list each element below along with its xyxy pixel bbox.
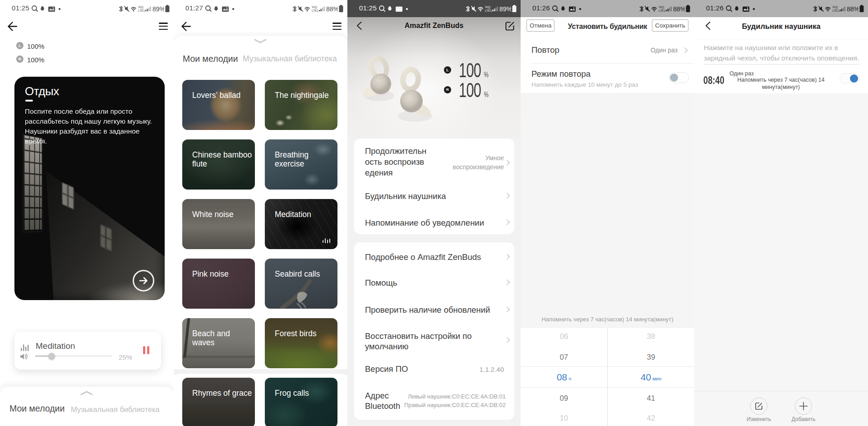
svg-text:LTE1: LTE1: [485, 9, 492, 12]
svg-text:LTE1: LTE1: [832, 9, 839, 12]
svg-text:88%: 88%: [673, 5, 685, 13]
svg-text:89%: 89%: [499, 5, 511, 13]
svg-text:88%: 88%: [847, 5, 859, 13]
svg-text:88%: 88%: [326, 5, 338, 13]
svg-text:LTE1: LTE1: [312, 9, 319, 12]
svg-text:89%: 89%: [152, 5, 164, 13]
svg-text:LTE1: LTE1: [138, 9, 145, 12]
svg-text:LTE1: LTE1: [659, 9, 665, 12]
